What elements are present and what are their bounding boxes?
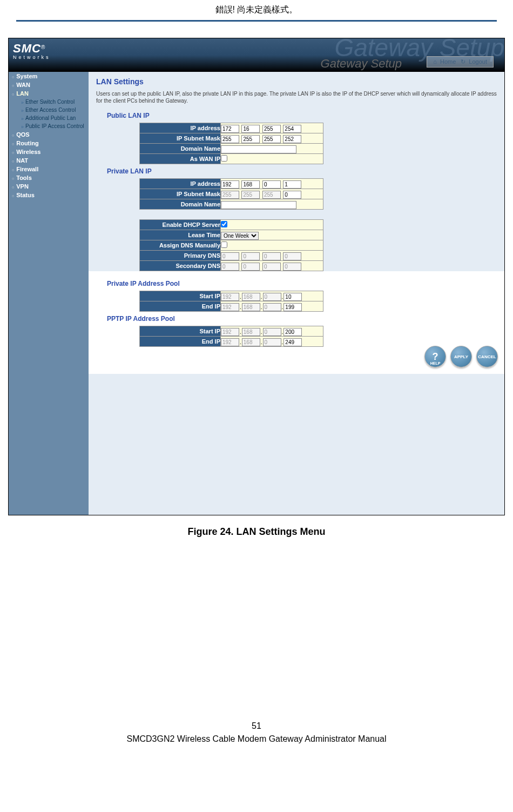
logout-link[interactable]: Logout [469,58,487,65]
page-description: Users can set up the public LAN IP, also… [96,90,497,104]
doc-footer: 51 SMCD3GN2 Wireless Cable Modem Gateway… [0,721,513,755]
ip-octet-input[interactable] [284,338,302,346]
ip-octet-input [262,191,281,199]
sidebar-item-nat[interactable]: NAT [9,156,89,165]
brand-subtext: Networks [13,55,51,60]
help-button[interactable]: ?HELP [424,346,446,367]
label-assign-dns: Assign DNS Manually [140,240,221,251]
cancel-button[interactable]: CANCEL [476,346,498,367]
ip-octet-input[interactable] [262,125,281,133]
sidebar-item-tools[interactable]: Tools [9,173,89,182]
ip-octet-input[interactable] [262,135,281,143]
ip-octet-input[interactable] [221,125,239,133]
dot-separator: . [240,339,241,345]
ip-octet-input[interactable] [262,180,281,189]
label-public-subnet: IP Subnet Mask [140,133,221,144]
ip-octet-input [241,252,260,260]
help-label: HELP [430,361,441,365]
as-wan-checkbox[interactable] [221,155,227,162]
sidebar: SystemWANLANEther Switch ControlEther Ac… [9,72,89,515]
fields-as-wan [221,154,323,164]
fields-secondary-dns [221,261,323,271]
lease-time-select[interactable]: One Week [221,232,259,240]
dhcp-table: Enable DHCP Server Lease Time One Week A… [139,219,323,271]
smc-logo: SMC® Networks [13,42,51,60]
sidebar-item-routing[interactable]: Routing [9,139,89,147]
sidebar-sub-item[interactable]: Additional Public Lan [9,114,89,122]
ip-octet-input[interactable] [284,328,302,336]
dot-separator: . [261,304,262,310]
label-public-domain: Domain Name [140,144,221,154]
sidebar-item-firewall[interactable]: Firewall [9,165,89,173]
doc-header-text: 錯誤! 尚未定義樣式。 [0,0,513,20]
fields-pptp-start: ... [221,326,323,337]
ip-octet-input [242,328,260,336]
ip-octet-input[interactable] [284,293,302,301]
sidebar-item-status[interactable]: Status [9,191,89,199]
section-title-private-lan: Private LAN IP [107,167,497,175]
sidebar-sub-item[interactable]: Ether Access Control [9,106,89,114]
label-primary-dns: Primary DNS [140,251,221,261]
dot-separator: . [282,329,284,335]
dhcp-enable-checkbox[interactable] [221,221,227,227]
private-lan-table: IP address IP Subnet Mask Domain Name [139,178,323,210]
ip-octet-input[interactable] [283,180,301,189]
fields-public-subnet [221,133,323,144]
dot-separator: . [240,294,241,300]
label-pptp-start: Start IP [140,326,221,337]
ip-octet-input[interactable] [284,303,302,311]
assign-dns-checkbox[interactable] [221,241,227,248]
dot-separator: . [282,294,284,300]
dot-separator: . [261,329,262,335]
ip-octet-input[interactable] [283,125,301,133]
label-private-subnet: IP Subnet Mask [140,189,221,199]
sidebar-sub-item[interactable]: Ether Switch Control [9,98,89,106]
sidebar-item-system[interactable]: System [9,72,89,80]
sidebar-item-vpn[interactable]: VPN [9,182,89,191]
ip-octet-input [221,252,239,260]
ip-octet-input [242,338,260,346]
public-lan-table: IP address IP Subnet Mask Domain Name As… [139,123,323,164]
action-buttons: ?HELP APPLY CANCEL [424,346,498,367]
ip-octet-input [221,191,239,199]
apply-button[interactable]: APPLY [450,346,472,367]
screenshot-container: SMC® Networks Gateway Setup Gateway Setu… [8,38,505,515]
label-dhcp-enable: Enable DHCP Server [140,220,221,230]
label-as-wan: As WAN IP [140,154,221,164]
ip-octet-input[interactable] [221,135,239,143]
label-pptp-end: End IP [140,337,221,347]
fields-assign-dns [221,240,323,251]
sidebar-item-wan[interactable]: WAN [9,80,89,89]
white-section: Private IP Address Pool Start IP ... End… [89,271,504,374]
fields-private-ip [221,179,323,189]
content-area: LAN Settings Users can set up the public… [89,72,504,515]
fields-primary-dns [221,251,323,261]
ip-octet-input[interactable] [241,180,260,189]
ip-octet-input [241,191,260,199]
dot-separator: . [261,339,262,345]
ip-octet-input [221,328,239,336]
label-private-domain: Domain Name [140,199,221,210]
home-icon: ⌂ [433,58,437,65]
sidebar-item-wireless[interactable]: Wireless [9,147,89,156]
ip-octet-input[interactable] [283,191,301,199]
ip-octet-input [221,303,239,311]
ip-octet-input[interactable] [283,135,301,143]
sidebar-item-qos[interactable]: QOS [9,130,89,139]
dot-separator: . [240,304,241,310]
private-domain-input[interactable] [221,201,296,209]
ip-octet-input[interactable] [221,180,239,189]
ip-octet-input [241,263,260,271]
header-links: ⌂Home ↻Logout [427,56,494,68]
sidebar-item-lan[interactable]: LAN [9,89,89,98]
ip-octet-input[interactable] [241,125,260,133]
ip-octet-input[interactable] [241,135,260,143]
home-link[interactable]: Home [440,58,456,65]
public-domain-input[interactable] [221,145,296,153]
main-layout: SystemWANLANEther Switch ControlEther Ac… [9,72,504,515]
fields-pool-start: ... [221,291,323,301]
private-pool-table: Start IP ... End IP ... [139,291,323,312]
top-banner: SMC® Networks Gateway Setup Gateway Setu… [9,38,504,72]
sidebar-sub-item[interactable]: Public IP Access Control [9,122,89,130]
banner-title: Gateway Setup [321,57,402,71]
